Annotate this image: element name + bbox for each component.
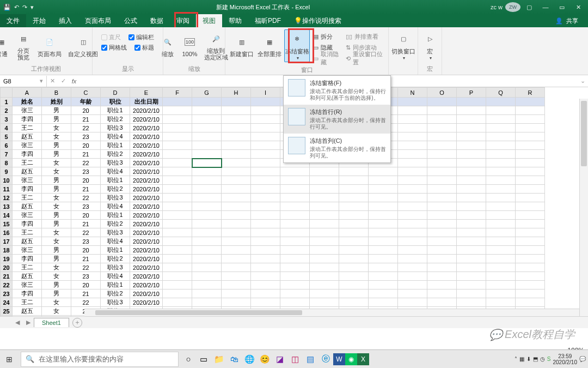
col-header-I[interactable]: I bbox=[251, 88, 280, 98]
tellme[interactable]: 💡 操作说明搜索 bbox=[287, 14, 348, 27]
row-header-1[interactable]: 1 bbox=[1, 98, 13, 106]
ruler-checkbox[interactable]: 直尺 bbox=[101, 33, 121, 42]
zoom-button[interactable]: 🔍缩放 bbox=[158, 29, 177, 62]
freeze-top-row-option[interactable]: 冻结首行(R)滚动工作表其余部分时，保持首行可见。 bbox=[284, 105, 390, 134]
row-header-11[interactable]: 11 bbox=[1, 185, 13, 194]
row-header-13[interactable]: 13 bbox=[1, 202, 13, 211]
col-header-F[interactable]: F bbox=[163, 88, 192, 98]
row-header-12[interactable]: 12 bbox=[1, 194, 13, 202]
row-header-22[interactable]: 22 bbox=[1, 281, 13, 289]
share-button[interactable]: 👤 共享 bbox=[551, 14, 583, 27]
tab-home[interactable]: 开始 bbox=[26, 14, 52, 27]
tab-file[interactable]: 文件 bbox=[0, 14, 26, 27]
col-header-Q[interactable]: Q bbox=[486, 88, 516, 98]
col-header-R[interactable]: R bbox=[516, 88, 545, 98]
col-header-P[interactable]: P bbox=[457, 88, 486, 98]
tab-data[interactable]: 数据 bbox=[144, 14, 170, 27]
row-header-17[interactable]: 17 bbox=[1, 237, 13, 246]
ie-icon[interactable]: ⓔ bbox=[318, 352, 333, 367]
wechat-icon[interactable]: ◉ bbox=[345, 353, 357, 365]
app-icon-2[interactable]: ◫ bbox=[287, 352, 303, 367]
tab-pagelayout[interactable]: 页面布局 bbox=[78, 14, 118, 27]
pagelayout-view[interactable]: 📄页面布局 bbox=[35, 29, 64, 62]
col-header-G[interactable]: G bbox=[192, 88, 222, 98]
freeze-first-col-option[interactable]: 冻结首列(C)滚动工作表其余部分时，保持首列可见。 bbox=[284, 134, 390, 162]
arrange-all[interactable]: ▦全部重排 bbox=[256, 29, 282, 62]
app-icon-1[interactable]: ◪ bbox=[272, 352, 287, 367]
normal-view[interactable]: ▦普通 bbox=[0, 29, 11, 62]
zoom-100[interactable]: 100100% bbox=[180, 29, 199, 62]
col-header-H[interactable]: H bbox=[222, 88, 251, 98]
row-header-3[interactable]: 3 bbox=[1, 115, 13, 124]
headings-checkbox[interactable]: 标题 bbox=[134, 43, 154, 52]
row-header-2[interactable]: 2 bbox=[1, 106, 13, 115]
col-header-D[interactable]: D bbox=[101, 88, 130, 98]
tray-icon-5[interactable]: S bbox=[547, 356, 551, 362]
row-header-18[interactable]: 18 bbox=[1, 246, 13, 255]
add-sheet-button[interactable]: ＋ bbox=[72, 318, 82, 328]
freeze-panes-button[interactable]: ❄冻结窗格 bbox=[284, 29, 310, 62]
row-header-10[interactable]: 10 bbox=[1, 176, 13, 185]
cortana-icon[interactable]: ○ bbox=[181, 352, 196, 367]
sheet-tab-1[interactable]: Sheet1 bbox=[34, 318, 69, 327]
fx-icon[interactable]: fx bbox=[69, 78, 79, 85]
row-header-14[interactable]: 14 bbox=[1, 211, 13, 220]
split-button[interactable]: ▤ 拆分 bbox=[313, 32, 341, 41]
tray-icon-1[interactable]: ▦ bbox=[519, 356, 524, 362]
row-header-19[interactable]: 19 bbox=[1, 255, 13, 263]
col-header-E[interactable]: E bbox=[130, 88, 163, 98]
cancel-fx-icon[interactable]: ✕ bbox=[47, 77, 58, 85]
col-header-B[interactable]: B bbox=[42, 88, 71, 98]
taskbar-search[interactable]: 🔍 在这里输入你要搜索的内容 bbox=[21, 352, 179, 367]
undo-icon[interactable]: ↶ bbox=[14, 4, 19, 11]
pagebreak-view[interactable]: ▤分页 预览 bbox=[14, 29, 33, 62]
start-button[interactable]: ⊞ bbox=[0, 350, 19, 369]
vertical-scrollbar[interactable] bbox=[579, 99, 588, 316]
minimize-icon[interactable]: — bbox=[538, 4, 553, 10]
row-header-21[interactable]: 21 bbox=[1, 272, 13, 281]
close-icon[interactable]: ✕ bbox=[571, 4, 586, 11]
tab-insert[interactable]: 插入 bbox=[52, 14, 78, 27]
row-header-15[interactable]: 15 bbox=[1, 220, 13, 228]
ribbon-display-icon[interactable]: ▢ bbox=[522, 4, 537, 11]
row-header-24[interactable]: 24 bbox=[1, 298, 13, 307]
username[interactable]: zc w bbox=[489, 4, 504, 10]
col-header-C[interactable]: C bbox=[71, 88, 101, 98]
taskview-icon[interactable]: ▭ bbox=[196, 352, 211, 367]
name-box[interactable]: G8▾ bbox=[0, 76, 47, 87]
macros-button[interactable]: ▷宏 bbox=[420, 29, 440, 62]
row-header-23[interactable]: 23 bbox=[1, 289, 13, 298]
col-header-N[interactable]: N bbox=[398, 88, 427, 98]
new-window[interactable]: ▥新建窗口 bbox=[229, 29, 254, 62]
tray-icon-4[interactable]: ◷ bbox=[540, 356, 545, 362]
tray-icon-3[interactable]: ⬒ bbox=[533, 356, 538, 362]
freeze-panes-option[interactable]: 冻结窗格(F)滚动工作表其余部分时，保持行和列可见(基于当前的选择)。 bbox=[284, 76, 390, 105]
store-icon[interactable]: 🛍 bbox=[226, 352, 242, 367]
tab-formula[interactable]: 公式 bbox=[118, 14, 144, 27]
row-header-4[interactable]: 4 bbox=[1, 124, 13, 132]
tray-icon-2[interactable]: ⬇ bbox=[526, 356, 531, 362]
row-header-5[interactable]: 5 bbox=[1, 132, 13, 141]
switch-window[interactable]: ▢切换窗口 bbox=[389, 29, 418, 62]
save-icon[interactable]: 💾 bbox=[3, 4, 11, 11]
qat-more-icon[interactable]: ▾ bbox=[30, 4, 34, 11]
sheet-nav-prev[interactable]: ◀ bbox=[12, 319, 23, 326]
accept-fx-icon[interactable]: ✓ bbox=[58, 77, 69, 85]
app-icon-3[interactable]: ▤ bbox=[303, 352, 318, 367]
excel-icon[interactable]: X bbox=[357, 353, 369, 365]
word-icon[interactable]: W bbox=[333, 353, 345, 365]
explorer-icon[interactable]: 📁 bbox=[211, 352, 226, 367]
redo-icon[interactable]: ↷ bbox=[22, 4, 27, 11]
maximize-icon[interactable]: ▭ bbox=[554, 4, 569, 11]
horizontal-scrollbar[interactable] bbox=[84, 309, 579, 316]
tab-view[interactable]: 视图 bbox=[196, 14, 222, 27]
row-header-16[interactable]: 16 bbox=[1, 228, 13, 237]
row-header-20[interactable]: 20 bbox=[1, 263, 13, 272]
row-header-9[interactable]: 9 bbox=[1, 167, 13, 176]
col-header-A[interactable]: A bbox=[13, 88, 42, 98]
tray-up-icon[interactable]: ˄ bbox=[514, 356, 517, 362]
formulabar-checkbox[interactable]: 编辑栏 bbox=[128, 33, 154, 42]
user-avatar[interactable]: ZW bbox=[505, 2, 520, 12]
gridlines-checkbox[interactable]: 网格线 bbox=[101, 43, 127, 52]
row-header-6[interactable]: 6 bbox=[1, 141, 13, 150]
